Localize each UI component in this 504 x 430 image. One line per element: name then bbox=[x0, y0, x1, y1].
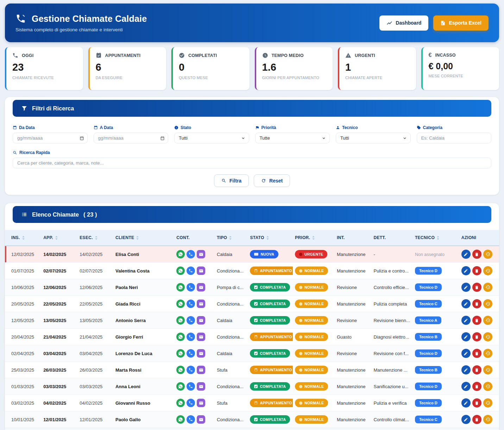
delete-icon[interactable] bbox=[472, 398, 481, 407]
delete-icon[interactable] bbox=[472, 283, 481, 292]
email-icon[interactable] bbox=[197, 300, 205, 308]
column-header-esec[interactable]: ESEC. bbox=[77, 230, 113, 246]
page: Gestione Chiamate Caldaie Sistema comple… bbox=[0, 0, 504, 430]
phone-icon[interactable] bbox=[187, 333, 195, 341]
check-circle-icon bbox=[179, 52, 185, 58]
delete-icon[interactable] bbox=[472, 266, 481, 275]
phone-icon[interactable] bbox=[187, 300, 195, 308]
whatsapp-icon[interactable] bbox=[176, 316, 185, 325]
phone-icon[interactable] bbox=[187, 283, 195, 291]
whatsapp-icon[interactable] bbox=[176, 366, 185, 374]
categoria-input[interactable] bbox=[417, 133, 492, 143]
email-icon[interactable] bbox=[197, 349, 205, 358]
email-icon[interactable] bbox=[197, 399, 205, 407]
email-icon[interactable] bbox=[197, 316, 205, 325]
cell-app: 26/03/2025 bbox=[41, 362, 77, 378]
whatsapp-icon[interactable] bbox=[176, 333, 185, 341]
column-header-cliente[interactable]: CLIENTE bbox=[113, 230, 174, 246]
whatsapp-icon[interactable] bbox=[176, 300, 185, 308]
phone-icon[interactable] bbox=[187, 250, 195, 258]
edit-icon[interactable] bbox=[461, 349, 471, 358]
dashboard-button[interactable]: Dashboard bbox=[379, 15, 428, 31]
edit-icon[interactable] bbox=[461, 283, 471, 292]
whatsapp-icon[interactable] bbox=[176, 382, 185, 391]
stato-select[interactable]: Tutti bbox=[174, 133, 249, 143]
whatsapp-icon[interactable] bbox=[176, 267, 185, 275]
column-header-prior[interactable]: PRIOR. bbox=[293, 230, 335, 246]
history-icon[interactable] bbox=[483, 349, 492, 358]
stat-sublabel: GIORNI PER APPUNTAMENTO bbox=[262, 76, 327, 80]
phone-icon[interactable] bbox=[187, 366, 195, 374]
phone-icon[interactable] bbox=[187, 316, 195, 325]
cell-esec: 26/03/2025 bbox=[77, 362, 113, 378]
filter-categoria: Categoria bbox=[417, 125, 492, 143]
edit-icon[interactable] bbox=[461, 398, 471, 407]
column-header-stato[interactable]: STATO bbox=[248, 230, 293, 246]
delete-icon[interactable] bbox=[472, 365, 481, 374]
delete-icon[interactable] bbox=[472, 415, 481, 424]
delete-icon[interactable] bbox=[472, 349, 481, 358]
edit-icon[interactable] bbox=[461, 382, 471, 391]
email-icon[interactable] bbox=[197, 283, 205, 291]
email-icon[interactable] bbox=[197, 333, 205, 341]
warning-icon bbox=[345, 52, 351, 58]
history-icon[interactable] bbox=[483, 398, 492, 407]
delete-icon[interactable] bbox=[472, 299, 481, 308]
filter-label: Da Data bbox=[13, 125, 88, 130]
edit-icon[interactable] bbox=[461, 415, 471, 424]
edit-icon[interactable] bbox=[461, 250, 471, 259]
history-icon[interactable] bbox=[483, 283, 492, 292]
edit-icon[interactable] bbox=[461, 332, 471, 341]
history-icon[interactable] bbox=[483, 332, 492, 341]
phone-icon[interactable] bbox=[187, 399, 195, 407]
edit-icon[interactable] bbox=[461, 299, 471, 308]
history-icon[interactable] bbox=[483, 250, 492, 259]
cell-dett: Pulizia e contro... bbox=[371, 263, 412, 279]
phone-icon[interactable] bbox=[187, 349, 195, 358]
history-icon[interactable] bbox=[483, 266, 492, 275]
column-header-app[interactable]: APP. bbox=[41, 230, 77, 246]
phone-icon[interactable] bbox=[187, 415, 195, 424]
tecnico-select[interactable]: Tutti bbox=[336, 133, 411, 143]
quick-search-input[interactable] bbox=[13, 158, 491, 168]
whatsapp-icon[interactable] bbox=[176, 250, 185, 258]
whatsapp-icon[interactable] bbox=[176, 415, 185, 424]
history-icon[interactable] bbox=[483, 415, 492, 424]
filtra-button[interactable]: Filtra bbox=[214, 174, 249, 187]
tecnico-badge: Tecnico C bbox=[415, 300, 442, 308]
whatsapp-icon[interactable] bbox=[176, 399, 185, 407]
delete-icon[interactable] bbox=[472, 332, 481, 341]
priority-badge: NORMALE bbox=[295, 283, 328, 291]
email-icon[interactable] bbox=[197, 415, 205, 424]
email-icon[interactable] bbox=[197, 267, 205, 275]
history-icon[interactable] bbox=[483, 382, 492, 391]
column-header-tecnico[interactable]: TECNICO bbox=[413, 230, 459, 246]
cell-cliente: Elisa Conti bbox=[113, 246, 174, 263]
priority-dot-icon bbox=[299, 302, 302, 306]
whatsapp-icon[interactable] bbox=[176, 283, 185, 291]
email-icon[interactable] bbox=[197, 366, 205, 374]
column-header-ins[interactable]: INS. bbox=[5, 230, 41, 246]
column-header-tipo[interactable]: TIPO bbox=[215, 230, 248, 246]
email-icon[interactable] bbox=[197, 382, 205, 391]
clock-icon bbox=[262, 52, 268, 58]
phone-icon[interactable] bbox=[187, 267, 195, 275]
da-data-input[interactable] bbox=[13, 133, 88, 143]
history-icon[interactable] bbox=[483, 299, 492, 308]
delete-icon[interactable] bbox=[472, 382, 481, 391]
delete-icon[interactable] bbox=[472, 250, 481, 259]
export-excel-button[interactable]: Esporta Excel bbox=[433, 15, 489, 31]
a-data-input[interactable] bbox=[94, 133, 169, 143]
edit-icon[interactable] bbox=[461, 316, 471, 325]
delete-icon[interactable] bbox=[472, 316, 481, 325]
email-icon[interactable] bbox=[197, 250, 205, 258]
history-icon[interactable] bbox=[483, 365, 492, 374]
table-row: 10/06/202512/06/202512/06/2025Paola Neri… bbox=[5, 279, 499, 296]
whatsapp-icon[interactable] bbox=[176, 349, 185, 358]
history-icon[interactable] bbox=[483, 316, 492, 325]
edit-icon[interactable] bbox=[461, 266, 471, 275]
phone-icon[interactable] bbox=[187, 382, 195, 391]
edit-icon[interactable] bbox=[461, 365, 471, 374]
reset-button[interactable]: Reset bbox=[254, 174, 290, 187]
priorita-select[interactable]: Tutte bbox=[255, 133, 330, 143]
